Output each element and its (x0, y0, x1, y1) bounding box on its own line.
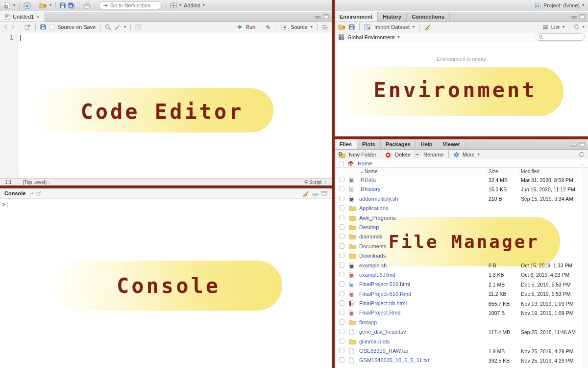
source-button[interactable]: Source (291, 24, 308, 30)
maximize-pane-icon[interactable] (579, 142, 585, 147)
refresh-caret[interactable]: ▾ (583, 25, 585, 29)
list-view-icon[interactable] (542, 25, 548, 29)
file-name-link[interactable]: GSE63310_RAW.tar (359, 348, 408, 354)
code-tools-caret[interactable]: ▾ (124, 25, 126, 29)
breadcrumb-more-button[interactable]: ... (580, 161, 584, 166)
minimize-pane-icon[interactable] (571, 142, 577, 147)
column-header-size[interactable]: Size (489, 169, 498, 174)
run-icon[interactable] (236, 25, 243, 29)
row-checkbox[interactable] (339, 196, 344, 201)
row-checkbox[interactable] (339, 357, 344, 363)
editor-tab-untitled1[interactable]: R Untitled1 × (0, 12, 45, 22)
global-environment-selector[interactable]: Global Environment (347, 34, 395, 40)
table-row[interactable]: R FinalProject.nb.html 655.7 KB Nov 19, … (335, 299, 584, 308)
file-name-link[interactable]: Applications (359, 205, 388, 211)
table-row[interactable]: R .RData 32.4 MB Mar 31, 2020, 8:59 PM (335, 175, 584, 184)
source-caret[interactable]: ▾ (311, 25, 313, 29)
file-name-link[interactable]: .RData (359, 177, 376, 183)
minimize-pane-icon[interactable] (312, 191, 318, 196)
file-name-link[interactable]: FinalProject-510.html (359, 281, 410, 287)
tab-history[interactable]: History (378, 12, 407, 22)
save-workspace-icon[interactable] (349, 24, 355, 30)
tab-plots[interactable]: Plots (357, 139, 381, 149)
rename-icon[interactable] (414, 152, 420, 158)
tab-packages[interactable]: Packages (381, 139, 416, 149)
rerun-icon[interactable] (265, 25, 271, 29)
new-folder-button[interactable]: New Folder (349, 152, 376, 158)
load-workspace-icon[interactable] (338, 24, 346, 30)
rename-button[interactable]: Rename (423, 152, 444, 158)
scope-caret[interactable]: ▾ (398, 35, 400, 39)
table-row[interactable]: gene_dist_head.tsv 117.4 MB Sep 25, 2018… (335, 327, 584, 337)
addins-caret[interactable]: ▾ (203, 3, 205, 7)
column-header-name[interactable]: ▲Name (360, 169, 378, 174)
tab-connections[interactable]: Connections (407, 12, 450, 22)
forward-icon[interactable] (11, 25, 15, 29)
minimize-pane-icon[interactable] (571, 14, 577, 19)
table-row[interactable]: .Rhistory 15.3 KB Jun 15, 2020, 11:12 PM (335, 184, 584, 194)
row-checkbox[interactable] (339, 272, 344, 277)
tab-files[interactable]: Files (335, 139, 357, 149)
file-name-link[interactable]: GSM1545535_10_6_5_11.txt (359, 357, 429, 363)
row-checkbox[interactable] (339, 291, 344, 296)
refresh-icon[interactable] (574, 24, 580, 30)
row-checkbox[interactable] (339, 348, 344, 353)
file-name-link[interactable]: FinalProject.nb.html (359, 300, 407, 306)
new-file-dropdown-caret[interactable]: ▾ (13, 3, 15, 7)
home-icon[interactable] (347, 160, 354, 166)
file-name-link[interactable]: FinalProject-510.Rmd (359, 291, 411, 297)
console-input[interactable]: > (0, 199, 332, 210)
back-icon[interactable] (3, 25, 8, 29)
addins-menu[interactable]: Addins (184, 2, 200, 8)
save-icon[interactable] (60, 2, 66, 8)
compile-report-icon[interactable] (135, 24, 141, 30)
filetype-selector[interactable]: R Script ↕ (304, 180, 327, 185)
delete-button[interactable]: Delete (395, 152, 411, 158)
print-icon[interactable] (83, 2, 91, 9)
row-checkbox[interactable] (339, 177, 344, 182)
file-name-link[interactable]: firstapp (359, 319, 377, 325)
list-view-button[interactable]: List (551, 24, 560, 30)
row-checkbox[interactable] (339, 319, 344, 325)
table-row[interactable]: Applications (335, 204, 584, 213)
breadcrumb[interactable]: Home (358, 160, 372, 166)
row-checkbox[interactable] (339, 205, 344, 210)
goto-file-input[interactable] (110, 2, 154, 8)
maximize-pane-icon[interactable] (323, 14, 329, 19)
delete-icon[interactable] (386, 152, 392, 158)
clear-console-icon[interactable] (302, 190, 309, 197)
file-name-link[interactable]: addormultiply.sh (359, 196, 398, 202)
row-checkbox[interactable] (339, 281, 344, 287)
row-checkbox[interactable] (339, 329, 344, 334)
open-in-window-icon[interactable] (24, 25, 31, 30)
scope-selector[interactable]: (Top Level) ↕ (23, 180, 50, 185)
source-icon[interactable] (281, 25, 288, 30)
source-on-save-checkbox[interactable] (49, 25, 54, 30)
row-checkbox[interactable] (339, 263, 344, 268)
files-scrollbar[interactable] (584, 168, 588, 368)
table-row[interactable]: FinalProject-510.html 2.1 MB Dec 5, 2019… (335, 280, 584, 289)
tab-environment[interactable]: Environment (335, 12, 378, 22)
row-checkbox[interactable] (339, 339, 344, 344)
import-dataset-button[interactable]: Import Dataset (374, 24, 410, 30)
file-name-link[interactable]: .Rhistory (359, 186, 380, 192)
environment-search[interactable] (536, 33, 585, 41)
code-tools-icon[interactable] (114, 24, 121, 30)
list-view-caret[interactable]: ▾ (563, 25, 564, 29)
row-checkbox[interactable] (339, 186, 344, 191)
new-folder-icon[interactable] (338, 152, 346, 158)
row-checkbox[interactable] (339, 310, 344, 315)
table-row[interactable]: FinalProject-510.Rmd 11.2 KB Dec 5, 2019… (335, 289, 584, 299)
file-name-link[interactable]: glimma-plots (359, 339, 390, 344)
document-outline-icon[interactable] (322, 25, 328, 30)
open-file-icon[interactable] (39, 2, 47, 8)
table-row[interactable]: addormultiply.sh 210 B Sep 15, 2019, 9:3… (335, 194, 584, 204)
table-row[interactable]: FinalProject.Rmd 1007 B Nov 19, 2019, 1:… (335, 308, 584, 317)
table-row[interactable]: firstapp (335, 318, 584, 327)
tab-help[interactable]: Help (416, 139, 438, 149)
table-row[interactable]: GSM1545535_10_6_5_11.txt 392.5 KB Nov 25… (335, 356, 584, 365)
import-dataset-icon[interactable] (364, 24, 371, 30)
table-row[interactable]: glimma-plots (335, 337, 584, 346)
environment-search-input[interactable] (545, 34, 583, 40)
import-dataset-caret[interactable]: ▾ (413, 25, 415, 29)
